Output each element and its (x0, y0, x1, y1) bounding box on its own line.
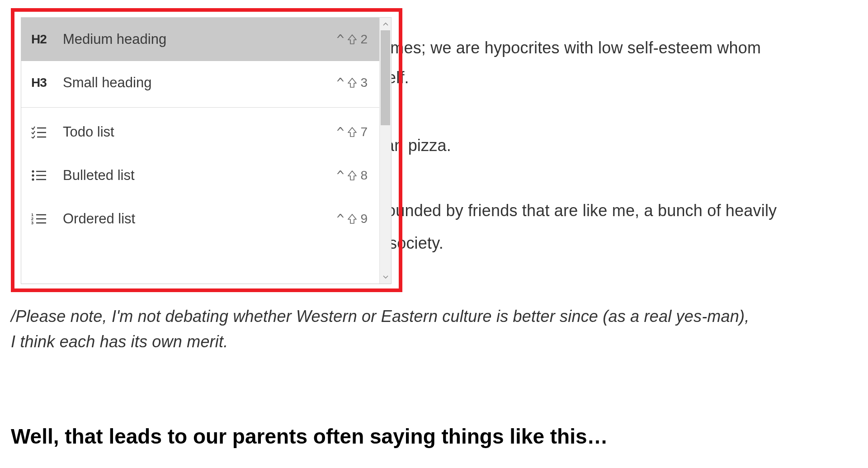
shortcut-number: 7 (360, 125, 368, 139)
menu-item-shortcut: ^ 8 (337, 168, 368, 183)
svg-point-4 (32, 174, 34, 176)
shortcut-number: 8 (360, 168, 368, 183)
shift-icon (348, 34, 357, 44)
menu-section-headings: H2 Medium heading ^ 2 H3 Small heading ^ (21, 18, 379, 104)
chevron-down-icon (383, 275, 388, 279)
svg-point-3 (32, 170, 34, 172)
ctrl-icon: ^ (337, 125, 344, 140)
h2-icon: H2 (31, 32, 58, 47)
ctrl-icon: ^ (337, 76, 344, 90)
scroll-down-button[interactable] (380, 271, 391, 284)
editor-canvas: emes; we are hypocrites with low self-es… (0, 0, 868, 468)
paragraph-fragment: society. (389, 231, 443, 256)
menu-item-shortcut: ^ 3 (337, 76, 368, 90)
menu-item-label: Bulleted list (58, 167, 337, 184)
block-type-menu-body: H2 Medium heading ^ 2 H3 Small heading ^ (21, 18, 379, 284)
scroll-track[interactable] (380, 30, 391, 271)
menu-item-label: Ordered list (58, 211, 337, 227)
chevron-up-icon (383, 22, 388, 26)
menu-section-lists: Todo list ^ 7 (21, 107, 379, 241)
bulleted-list-icon (31, 169, 58, 182)
shift-icon (348, 78, 357, 88)
menu-item-ordered-list[interactable]: 1 2 3 Ordered list ^ (21, 197, 379, 241)
shortcut-number: 2 (360, 32, 368, 47)
scroll-up-button[interactable] (380, 18, 391, 30)
h3-icon: H3 (31, 76, 58, 90)
menu-item-label: Medium heading (58, 31, 337, 47)
menu-item-shortcut: ^ 7 (337, 125, 368, 140)
menu-item-shortcut: ^ 9 (337, 212, 368, 227)
block-type-menu: H2 Medium heading ^ 2 H3 Small heading ^ (21, 17, 392, 284)
shift-icon (348, 214, 357, 224)
ordered-list-icon: 1 2 3 (31, 213, 58, 225)
paragraph-fragment: an pizza. (385, 133, 451, 158)
ctrl-icon: ^ (337, 32, 344, 47)
menu-scrollbar[interactable] (379, 18, 391, 284)
menu-item-shortcut: ^ 2 (337, 32, 368, 47)
paragraph-fragment: ounded by friends that are like me, a bu… (387, 198, 777, 223)
todo-list-icon (31, 126, 58, 138)
menu-item-label: Small heading (58, 75, 337, 91)
menu-item-medium-heading[interactable]: H2 Medium heading ^ 2 (21, 18, 379, 61)
paragraph-fragment: emes; we are hypocrites with low self-es… (381, 35, 761, 61)
menu-item-todo-list[interactable]: Todo list ^ 7 (21, 110, 379, 154)
ctrl-icon: ^ (337, 168, 344, 183)
menu-item-bulleted-list[interactable]: Bulleted list ^ 8 (21, 154, 379, 197)
menu-item-small-heading[interactable]: H3 Small heading ^ 3 (21, 61, 379, 104)
shift-icon (348, 127, 357, 137)
svg-text:3: 3 (31, 221, 33, 225)
shortcut-number: 3 (360, 76, 368, 90)
note-paragraph: /Please note, I'm not debating whether W… (11, 304, 752, 355)
shortcut-number: 9 (360, 212, 368, 226)
svg-point-5 (32, 178, 34, 180)
menu-item-label: Todo list (58, 124, 337, 140)
ctrl-icon: ^ (337, 212, 344, 227)
shift-icon (348, 170, 357, 180)
section-heading: Well, that leads to our parents often sa… (11, 424, 608, 449)
scroll-thumb[interactable] (381, 30, 390, 125)
